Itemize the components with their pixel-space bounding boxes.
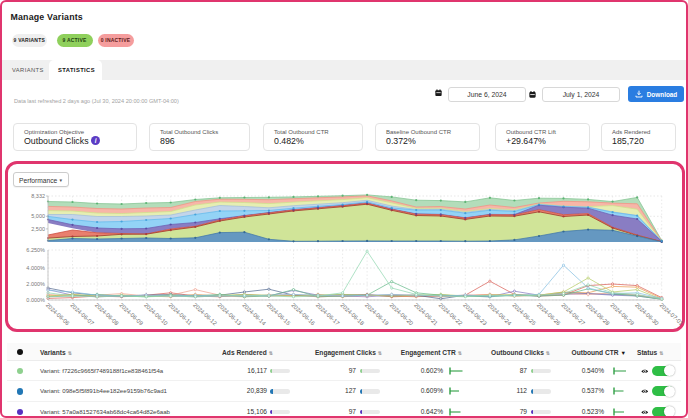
svg-text:2024-06-09: 2024-06-09: [118, 302, 144, 327]
svg-text:i: i: [94, 137, 96, 144]
svg-text:2024-06-14: 2024-06-14: [241, 302, 267, 327]
svg-text:2024-06-06: 2024-06-06: [45, 302, 71, 327]
svg-text:2024-06-25: 2024-06-25: [511, 302, 537, 327]
svg-text:2024-06-16: 2024-06-16: [290, 302, 316, 327]
svg-text:2024-06-26: 2024-06-26: [536, 302, 562, 327]
svg-text:2024-06-19: 2024-06-19: [364, 302, 390, 327]
svg-text:2024-06-17: 2024-06-17: [315, 302, 341, 327]
svg-text:8,332: 8,332: [31, 193, 45, 199]
svg-text:2024-06-21: 2024-06-21: [413, 302, 439, 327]
svg-text:2024-06-15: 2024-06-15: [266, 302, 292, 327]
svg-text:5,000: 5,000: [31, 213, 45, 219]
svg-text:0.000%: 0.000%: [26, 297, 45, 303]
svg-text:2024-06-28: 2024-06-28: [585, 302, 611, 327]
svg-text:2024-06-07: 2024-06-07: [69, 302, 95, 327]
svg-text:2024-06-22: 2024-06-22: [438, 302, 464, 327]
svg-text:2024-06-29: 2024-06-29: [609, 302, 635, 327]
svg-text:2,500: 2,500: [31, 226, 45, 232]
svg-text:2024-07-01: 2024-07-01: [659, 302, 685, 327]
svg-text:2024-06-24: 2024-06-24: [487, 302, 513, 327]
svg-text:2024-06-10: 2024-06-10: [143, 302, 169, 327]
svg-text:4.000%: 4.000%: [26, 265, 45, 271]
svg-text:2024-06-27: 2024-06-27: [560, 302, 586, 327]
svg-text:6.250%: 6.250%: [26, 247, 45, 253]
svg-text:2024-06-13: 2024-06-13: [217, 302, 243, 327]
svg-text:2024-06-11: 2024-06-11: [168, 302, 193, 326]
svg-text:2024-06-08: 2024-06-08: [94, 302, 120, 327]
svg-text:2024-06-30: 2024-06-30: [634, 302, 660, 327]
svg-text:2024-06-20: 2024-06-20: [389, 302, 415, 327]
svg-text:2024-06-23: 2024-06-23: [462, 302, 488, 327]
svg-text:2.000%: 2.000%: [26, 281, 45, 287]
svg-text:2024-06-18: 2024-06-18: [339, 302, 365, 327]
svg-text:2024-06-12: 2024-06-12: [192, 302, 218, 327]
